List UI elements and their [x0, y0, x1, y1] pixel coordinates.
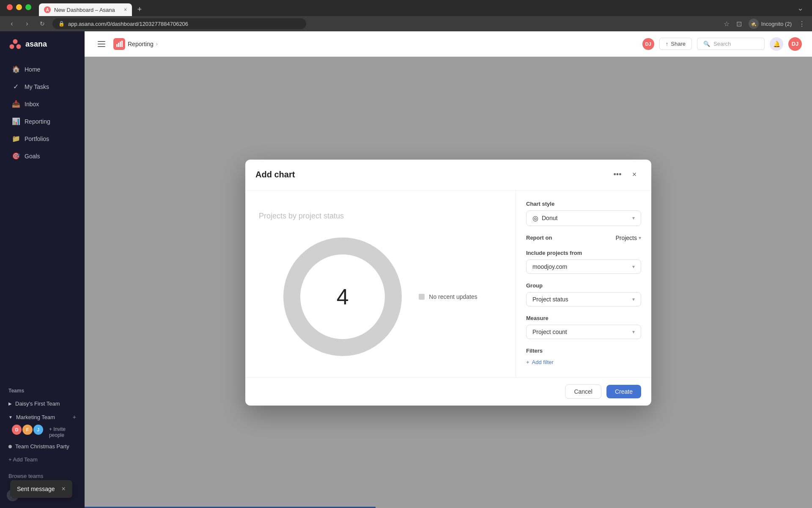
incognito-avatar: 🕵: [749, 19, 759, 29]
more-options-button[interactable]: •••: [611, 168, 624, 182]
report-on-chevron-icon: ▾: [639, 235, 641, 241]
bookmark-icon[interactable]: ☆: [724, 20, 730, 28]
create-button[interactable]: Create: [606, 385, 641, 398]
team-item-daisys-first-team[interactable]: ▶ Daisy's First Team: [0, 397, 85, 410]
toast-notification: Sent message ×: [10, 480, 72, 498]
close-modal-button[interactable]: ×: [628, 168, 641, 182]
measure-label: Measure: [526, 315, 641, 321]
window-close-button[interactable]: [7, 4, 13, 10]
home-icon: 🏠: [12, 65, 19, 73]
donut-center-value: 4: [337, 284, 349, 309]
toast-close-button[interactable]: ×: [62, 485, 66, 493]
invite-people-button[interactable]: + Invite people: [46, 425, 85, 440]
legend-color-swatch: [419, 294, 425, 300]
avatar-f: F: [22, 425, 32, 435]
ham-line-3: [98, 46, 105, 47]
sidebar-item-inbox[interactable]: 📥 Inbox: [3, 96, 81, 112]
measure-chevron-icon: ▾: [632, 329, 635, 335]
filters-label: Filters: [526, 348, 641, 354]
chart-preview-panel: Projects by project status 4: [245, 190, 516, 377]
report-on-dropdown[interactable]: Projects ▾: [615, 235, 641, 241]
invite-people-label: + Invite people: [49, 426, 81, 438]
add-to-team-icon[interactable]: +: [73, 414, 76, 420]
sidebar-item-home[interactable]: 🏠 Home: [3, 61, 81, 77]
add-filter-button[interactable]: + Add filter: [526, 357, 641, 367]
modal-body: Projects by project status 4: [245, 190, 651, 377]
team-expand-icon: ▶: [8, 401, 12, 406]
measure-dropdown[interactable]: Project count ▾: [526, 325, 641, 339]
forward-button[interactable]: ›: [22, 20, 32, 28]
ham-line-1: [98, 41, 105, 42]
sidebar-logo: asana: [0, 31, 85, 57]
group-chevron-icon: ▾: [632, 296, 635, 302]
new-tab-button[interactable]: +: [134, 3, 145, 15]
teams-section: Teams ▶ Daisy's First Team ▼ Marketing T…: [0, 381, 85, 469]
browser-tab[interactable]: A New Dashboard – Asana ×: [39, 3, 132, 16]
tab-close-icon[interactable]: ×: [124, 7, 127, 13]
url-text: app.asana.com/0/dashboard/12032778847062…: [68, 21, 188, 27]
include-from-dropdown[interactable]: moodjoy.com ▾: [526, 260, 641, 274]
inbox-icon: 📥: [12, 100, 19, 108]
collapse-icon[interactable]: ⌄: [797, 3, 809, 13]
share-button[interactable]: ↑ Share: [659, 38, 692, 50]
sidebar-item-portfolios[interactable]: 📁 Portfolios: [3, 130, 81, 147]
ham-line-2: [98, 44, 105, 44]
include-from-value: moodjoy.com: [532, 263, 567, 270]
add-team-button[interactable]: + Add Team: [0, 453, 85, 466]
legend-item-no-recent-updates: No recent updates: [419, 293, 477, 300]
team-item-marketing-team[interactable]: ▼ Marketing Team +: [0, 410, 85, 424]
sidebar-item-my-tasks[interactable]: ✓ My Tasks: [3, 78, 81, 95]
chart-style-chevron-icon: ▾: [632, 215, 635, 221]
sidebar: asana 🏠 Home ✓ My Tasks 📥 Inbox 📊 Report…: [0, 31, 85, 508]
share-label: Share: [671, 41, 686, 47]
modal-header-actions: ••• ×: [611, 168, 641, 182]
sidebar-item-home-label: Home: [25, 66, 40, 73]
svg-rect-3: [116, 44, 118, 47]
header-user-avatar-small: DJ: [642, 38, 654, 50]
tab-favicon: A: [44, 6, 51, 13]
chart-style-dropdown[interactable]: ◎ Donut ▾: [526, 210, 641, 226]
chart-style-label: Chart style: [526, 201, 641, 207]
back-button[interactable]: ‹: [7, 20, 17, 28]
cancel-button[interactable]: Cancel: [565, 384, 601, 399]
include-from-group: Include projects from moodjoy.com ▾: [526, 250, 641, 274]
browse-teams-label: Browse teams: [8, 473, 43, 479]
more-options-icon[interactable]: ⋮: [798, 20, 805, 28]
portfolios-icon: 📁: [12, 135, 19, 143]
filters-group: Filters + Add filter: [526, 348, 641, 367]
donut-icon: ◎: [532, 214, 538, 222]
extension-icon[interactable]: ⊡: [736, 20, 742, 28]
incognito-badge: 🕵 Incognito (2): [749, 19, 792, 29]
sidebar-item-reporting[interactable]: 📊 Reporting: [3, 113, 81, 130]
sidebar-item-reporting-label: Reporting: [25, 118, 50, 125]
sidebar-item-portfolios-label: Portfolios: [25, 135, 49, 142]
window-minimize-button[interactable]: [16, 4, 22, 10]
app-header: Reporting › DJ ↑ Share 🔍 Search 🔔 DJ: [85, 31, 812, 57]
url-bar[interactable]: 🔒 app.asana.com/0/dashboard/120327788470…: [52, 18, 306, 29]
hamburger-button[interactable]: [95, 37, 108, 51]
window-maximize-button[interactable]: [25, 4, 31, 10]
search-button[interactable]: 🔍 Search: [697, 38, 765, 50]
svg-rect-4: [118, 43, 119, 47]
goals-icon: 🎯: [12, 152, 19, 160]
asana-logo-icon: [8, 37, 22, 51]
breadcrumb-text: Reporting: [128, 41, 154, 47]
add-team-label: + Add Team: [8, 456, 38, 463]
modal-title: Add chart: [255, 170, 611, 179]
sidebar-item-goals-label: Goals: [25, 153, 40, 160]
measure-value: Project count: [532, 329, 567, 335]
notification-button[interactable]: 🔔: [770, 37, 783, 51]
settings-panel: Chart style ◎ Donut ▾: [516, 190, 651, 377]
chart-style-value-row: ◎ Donut: [532, 214, 557, 222]
header-avatar[interactable]: DJ: [788, 37, 802, 51]
group-dropdown[interactable]: Project status ▾: [526, 292, 641, 306]
donut-chart: 4: [283, 237, 402, 356]
refresh-button[interactable]: ↻: [37, 20, 47, 27]
modal-overlay[interactable]: Add chart ••• × Projects by project stat…: [85, 57, 812, 508]
lock-icon: 🔒: [58, 21, 65, 27]
report-on-group: Report on Projects ▾: [526, 235, 641, 241]
christmas-party-item[interactable]: Team Christmas Party: [0, 440, 85, 453]
svg-point-0: [13, 39, 18, 44]
reporting-icon: 📊: [12, 117, 19, 125]
sidebar-item-goals[interactable]: 🎯 Goals: [3, 148, 81, 164]
